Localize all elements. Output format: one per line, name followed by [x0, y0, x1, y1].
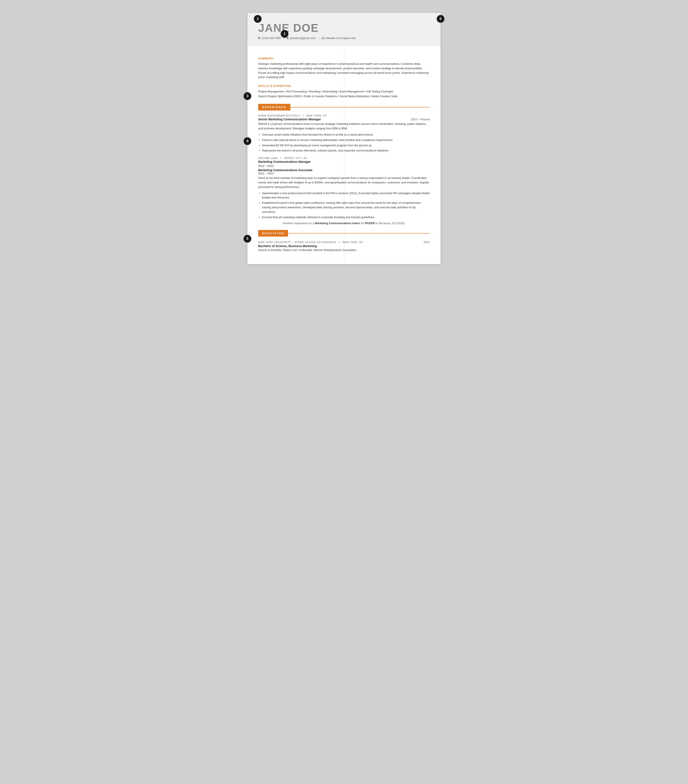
resume-header: JANE DOE P: (123) 456-7890 | E: janedoe@… [247, 13, 441, 46]
experience-banner-line [290, 107, 430, 107]
job-1-dates: 2015 – Present [411, 118, 430, 121]
edu-school: NEW YORK UNIVERSITY – STERN SCHOOL OF BU… [258, 241, 363, 244]
education-banner-line [288, 233, 430, 234]
annotation-2: 2 [254, 15, 262, 23]
bullet-item: Partners with internal teams to ensure m… [258, 138, 430, 142]
annotation-4: 4 [244, 137, 251, 145]
job-1-title: Senior Marketing Communications Manager [258, 117, 321, 121]
edu-honors-label: Honors & Activities: [258, 249, 282, 252]
bullet-item: Ensured that all marketing materials adh… [258, 215, 430, 220]
annotation-3: 3 [244, 92, 251, 100]
experience-banner-label: EXPERIENCE [258, 104, 290, 110]
annotation-1: 1 [281, 30, 289, 38]
edu-honors-value: Dean's List / Cofounder, Women Entrepren… [283, 249, 356, 252]
linkedin-label: Li: [322, 36, 325, 40]
resume-body: SUMMARY Strategic marketing professional… [247, 46, 441, 264]
email-value: janedoe@gmail.com [290, 36, 316, 40]
resume-document: JANE DOE P: (123) 456-7890 | E: janedoe@… [247, 13, 441, 264]
bullet-item: Generated $3.5M ROI by developing an eve… [258, 143, 430, 148]
annotation-6: 6 [437, 15, 444, 23]
email-label: E: [287, 36, 289, 40]
education-banner-label: EDUCATION [258, 230, 288, 237]
edu-year: 2011 [424, 240, 430, 244]
bullet-item: Represents the brand in all press interv… [258, 148, 430, 153]
phone-label: P: [258, 36, 261, 40]
bullet-item: Spearheaded a new product launch that re… [258, 191, 430, 200]
bullet-item: Established Enzyme's first global sales … [258, 201, 430, 214]
phone-value: (123) 456-7890 [262, 36, 281, 40]
job-2-title: Marketing Communications Manager [258, 160, 311, 163]
page-wrapper: 1 2 3 4 5 6 JANE DOE P: (123) 456-7890 |… [247, 13, 441, 264]
sep-2: | [318, 36, 319, 40]
linkedin-value: linkedin.com/in/jane-doe [326, 36, 356, 40]
bullet-item: Oversaw social media initiatives that el… [258, 133, 430, 137]
job-2-bullets: Spearheaded a new product launch that re… [258, 191, 430, 220]
